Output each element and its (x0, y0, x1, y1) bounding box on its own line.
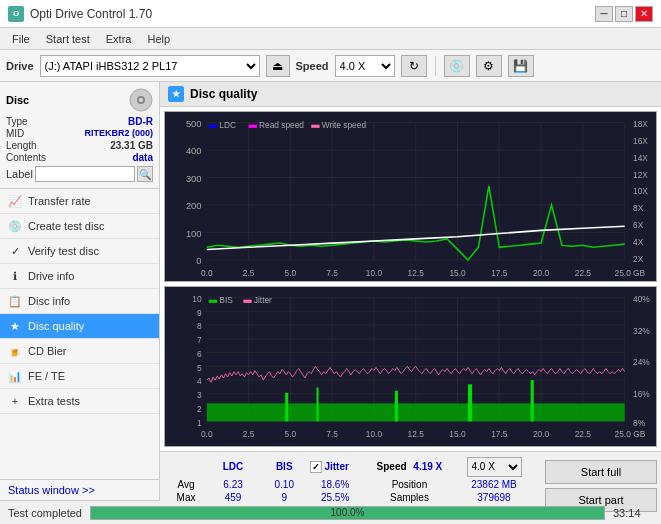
refresh-button[interactable]: ↻ (401, 55, 427, 77)
samples-label: Samples (364, 491, 455, 504)
nav-item-verify-test-disc[interactable]: ✓Verify test disc (0, 239, 159, 264)
svg-text:6X: 6X (633, 220, 644, 230)
drive-toolbar: Drive (J:) ATAPI iHBS312 2 PL17 ⏏ Speed … (0, 50, 661, 82)
minimize-button[interactable]: ─ (595, 6, 613, 22)
svg-rect-50 (311, 125, 319, 128)
nav-list: 📈Transfer rate💿Create test disc✓Verify t… (0, 189, 159, 414)
svg-text:8: 8 (197, 321, 202, 331)
svg-text:16X: 16X (633, 136, 648, 146)
svg-text:7.5: 7.5 (326, 268, 338, 278)
col-jitter-check: ✓ Jitter (306, 456, 363, 478)
status-text: Test completed (8, 507, 82, 519)
max-jitter: 25.5% (306, 491, 363, 504)
menubar: File Start test Extra Help (0, 28, 661, 50)
svg-text:Write speed: Write speed (322, 120, 367, 130)
disc-button[interactable]: 💿 (444, 55, 470, 77)
menu-help[interactable]: Help (139, 31, 178, 47)
speed-select[interactable]: 4.0 X (335, 55, 395, 77)
svg-text:400: 400 (186, 145, 202, 156)
svg-rect-93 (531, 380, 534, 421)
svg-text:0.0: 0.0 (201, 268, 213, 278)
svg-rect-3 (165, 112, 656, 281)
svg-text:Read speed: Read speed (259, 120, 304, 130)
eject-button[interactable]: ⏏ (266, 55, 290, 77)
label-btn[interactable]: 🔍 (137, 166, 153, 182)
svg-text:5.0: 5.0 (285, 429, 297, 439)
close-button[interactable]: ✕ (635, 6, 653, 22)
svg-rect-94 (209, 300, 217, 303)
svg-text:25.0 GB: 25.0 GB (615, 429, 646, 439)
svg-text:500: 500 (186, 118, 202, 129)
toolbar-separator (435, 56, 436, 76)
svg-text:8%: 8% (633, 418, 646, 428)
svg-text:Jitter: Jitter (254, 295, 272, 305)
nav-item-transfer-rate[interactable]: 📈Transfer rate (0, 189, 159, 214)
app-icon: O (8, 6, 24, 22)
window-controls: ─ □ ✕ (595, 6, 653, 22)
disc-title: Disc (6, 94, 29, 106)
content-area: ★ Disc quality (160, 82, 661, 500)
nav-icon-disc-quality: ★ (8, 319, 22, 333)
svg-rect-48 (249, 125, 257, 128)
nav-item-create-test-disc[interactable]: 💿Create test disc (0, 214, 159, 239)
type-value: BD-R (128, 116, 153, 127)
save-button[interactable]: 💾 (508, 55, 534, 77)
label-input[interactable] (35, 166, 135, 182)
nav-icon-create-test-disc: 💿 (8, 219, 22, 233)
speed-value-text: 4.19 X (413, 461, 442, 472)
disc-type-row: Type BD-R (6, 116, 153, 127)
start-full-button[interactable]: Start full (545, 460, 657, 484)
type-label: Type (6, 116, 28, 127)
nav-item-cd-bier[interactable]: 🍺CD Bier (0, 339, 159, 364)
svg-rect-90 (316, 388, 318, 422)
status-window-button[interactable]: Status window >> (0, 479, 159, 500)
app-title: Opti Drive Control 1.70 (30, 7, 152, 21)
ldc-chart-svg: 500 400 300 200 100 0 18X 16X 14X 12X 10… (165, 112, 656, 281)
col-speed-label: Speed 4.19 X (364, 456, 455, 478)
maximize-button[interactable]: □ (615, 6, 633, 22)
svg-rect-96 (243, 300, 251, 303)
svg-text:14X: 14X (633, 153, 648, 163)
label-row: Label 🔍 (6, 166, 153, 182)
nav-item-drive-info[interactable]: ℹDrive info (0, 264, 159, 289)
svg-text:2.5: 2.5 (243, 429, 255, 439)
speed-label-text: Speed (377, 461, 407, 472)
nav-icon-extra-tests: + (8, 394, 22, 408)
svg-text:2X: 2X (633, 254, 644, 264)
speed-select-stats[interactable]: 4.0 X (467, 457, 522, 477)
svg-rect-89 (285, 393, 288, 422)
settings-button[interactable]: ⚙ (476, 55, 502, 77)
drive-select[interactable]: (J:) ATAPI iHBS312 2 PL17 (40, 55, 260, 77)
nav-label-extra-tests: Extra tests (28, 395, 80, 407)
menu-extra[interactable]: Extra (98, 31, 140, 47)
menu-start-test[interactable]: Start test (38, 31, 98, 47)
nav-item-fe-te[interactable]: 📊FE / TE (0, 364, 159, 389)
titlebar-left: O Opti Drive Control 1.70 (8, 6, 152, 22)
drive-label: Drive (6, 60, 34, 72)
svg-text:10: 10 (192, 294, 202, 304)
samples-value: 379698 (455, 491, 533, 504)
col-empty (168, 456, 204, 478)
menu-file[interactable]: File (4, 31, 38, 47)
svg-text:5.0: 5.0 (285, 268, 297, 278)
svg-text:15.0: 15.0 (449, 429, 466, 439)
nav-label-disc-info: Disc info (28, 295, 70, 307)
nav-label-disc-quality: Disc quality (28, 320, 84, 332)
speed-label: Speed (296, 60, 329, 72)
nav-item-disc-info[interactable]: 📋Disc info (0, 289, 159, 314)
svg-text:20.0: 20.0 (533, 429, 550, 439)
svg-text:24%: 24% (633, 357, 650, 367)
jitter-checkbox[interactable]: ✓ (310, 461, 322, 473)
bis-chart-svg: 10 9 8 7 6 5 4 3 2 1 40% 32% 24% 16% 8 (165, 287, 656, 446)
svg-text:LDC: LDC (219, 120, 236, 130)
svg-text:0.0: 0.0 (201, 429, 213, 439)
nav-item-extra-tests[interactable]: +Extra tests (0, 389, 159, 414)
svg-text:2: 2 (197, 404, 202, 414)
nav-icon-drive-info: ℹ (8, 269, 22, 283)
col-ldc: LDC (204, 456, 262, 478)
nav-item-disc-quality[interactable]: ★Disc quality (0, 314, 159, 339)
svg-text:12.5: 12.5 (408, 429, 425, 439)
disc-mid-row: MID RITEKBR2 (000) (6, 128, 153, 139)
svg-text:22.5: 22.5 (575, 268, 592, 278)
progress-label: 100.0% (91, 507, 604, 519)
